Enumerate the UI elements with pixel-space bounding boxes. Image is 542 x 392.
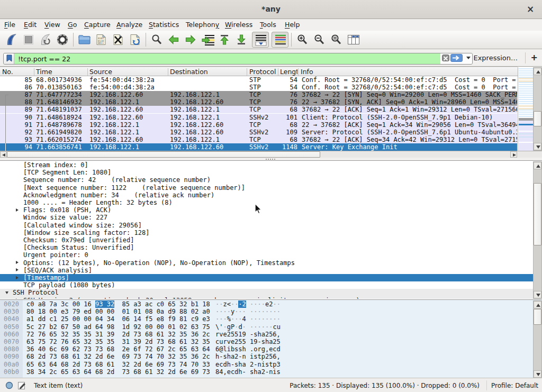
- detail-row[interactable]: Flags: 0x018 (PSH, ACK): [0, 206, 534, 214]
- detail-row[interactable]: Window size value: 227: [0, 214, 534, 221]
- status-profile[interactable]: Profile: Default: [491, 382, 538, 389]
- detail-row[interactable]: Acknowledgment number: 34 (relative ack …: [0, 192, 534, 199]
- column-header-protocol[interactable]: Protocol: [249, 68, 277, 76]
- filter-apply-button[interactable]: [450, 54, 463, 62]
- filter-dropdown-caret[interactable]: [466, 57, 471, 59]
- filter-add-button[interactable]: +: [531, 52, 538, 62]
- filter-bookmark-button[interactable]: [4, 53, 14, 64]
- scroll-thumb[interactable]: [534, 183, 541, 245]
- capture-comment-icon[interactable]: [17, 381, 26, 391]
- scroll-right-button[interactable]: [510, 151, 517, 158]
- open-file-button[interactable]: [78, 33, 91, 46]
- column-header-destination[interactable]: Destination: [170, 68, 246, 76]
- hex-row-0020[interactable]: 0020c0 a8 7a 3c 00 16 93 32 85 a3 ac c0 …: [0, 300, 534, 308]
- hex-row-0030[interactable]: 003080 18 00 e3 79 ed 00 00 01 01 08 0a …: [0, 308, 534, 315]
- packet-row-89[interactable]: 8971.648191037192.168.122.60192.168.122.…: [0, 106, 517, 113]
- column-separator[interactable]: [87, 68, 88, 76]
- packet-list-minimap[interactable]: [518, 67, 533, 151]
- detail-row[interactable]: [Stream index: 0]: [0, 161, 534, 169]
- zoom-in-button[interactable]: [296, 33, 309, 46]
- detail-row[interactable]: TCP payload (1080 bytes): [0, 281, 534, 289]
- detail-row[interactable]: [Calculated window size: 29056]: [0, 222, 534, 229]
- close-file-button[interactable]: [112, 33, 124, 46]
- packet-row-90[interactable]: 9071.648618924192.168.122.60192.168.122.…: [0, 114, 517, 121]
- detail-row[interactable]: [Timestamps]: [0, 274, 534, 281]
- collapsed-arrow-icon[interactable]: [16, 268, 19, 271]
- detail-row[interactable]: Options: (12 bytes), No-Operation (NOP),…: [0, 259, 534, 267]
- detail-row[interactable]: [SEQ/ACK analysis]: [0, 267, 534, 274]
- hex-row-0050[interactable]: 00505c 27 b2 67 50 ad 64 98 1d 92 00 00 …: [0, 323, 534, 331]
- packet-row-91[interactable]: 9171.648789678192.168.122.1192.168.122.6…: [0, 121, 517, 129]
- column-header-no[interactable]: No.: [2, 68, 33, 76]
- packet-row-93[interactable]: 9371.662015274192.168.122.60192.168.122.…: [0, 136, 517, 143]
- go-to-packet-button[interactable]: [201, 33, 214, 46]
- detail-row[interactable]: [Window size scaling factor: 128]: [0, 229, 534, 236]
- menu-tools[interactable]: Tools: [260, 21, 276, 29]
- menu-go[interactable]: Go: [68, 21, 77, 29]
- expanded-arrow-icon[interactable]: [5, 291, 8, 294]
- go-back-button[interactable]: [167, 33, 180, 46]
- packet-row-85[interactable]: 8568.001734936fe:54:00:d4:38:2aSTP54Conf…: [0, 76, 517, 84]
- packet-row-86[interactable]: 8670.013850163fe:54:00:d4:38:2aSTP54Conf…: [0, 84, 517, 91]
- scroll-down-button[interactable]: [534, 291, 541, 298]
- start-capture-button[interactable]: [5, 33, 18, 46]
- collapsed-arrow-icon[interactable]: [16, 298, 19, 299]
- menu-analyze[interactable]: Analyze: [116, 21, 142, 29]
- collapsed-arrow-icon[interactable]: [16, 276, 19, 279]
- stop-capture-button[interactable]: [22, 33, 35, 46]
- hex-row-0080[interactable]: 008036 40 6c 69 62 73 73 68 2e 6f 72 67 …: [0, 345, 534, 353]
- hex-row-00b0[interactable]: 00b038 34 2c 65 63 64 68 2d 73 68 61 32 …: [0, 368, 534, 376]
- detail-row[interactable]: [Next sequence number: 1122 (relative se…: [0, 184, 534, 192]
- hex-row-00a0[interactable]: 00a065 63 64 68 2d 73 68 61 32 2d 6e 69 …: [0, 361, 534, 368]
- expression-button[interactable]: Expression…: [473, 54, 518, 62]
- scroll-down-button[interactable]: [534, 370, 541, 378]
- go-first-button[interactable]: [218, 33, 231, 46]
- column-separator[interactable]: [247, 68, 247, 76]
- detail-row[interactable]: 1000 .... = Header Length: 32 bytes (8): [0, 199, 534, 206]
- menu-help[interactable]: Help: [285, 21, 300, 29]
- scroll-thumb[interactable]: [534, 309, 541, 325]
- zoom-one-to-one-button[interactable]: [330, 33, 342, 46]
- filter-clear-button[interactable]: [442, 54, 449, 61]
- menu-telephony[interactable]: Telephony: [186, 21, 219, 29]
- scroll-left-button[interactable]: [0, 151, 7, 158]
- column-header-time[interactable]: Time: [36, 68, 86, 76]
- scroll-up-button[interactable]: [534, 68, 541, 75]
- column-separator[interactable]: [278, 68, 278, 76]
- go-forward-button[interactable]: [184, 33, 197, 46]
- zoom-out-button[interactable]: [313, 33, 326, 46]
- hex-row-0070[interactable]: 007063 75 72 76 65 32 35 35 31 39 2d 73 …: [0, 338, 534, 345]
- detail-row[interactable]: SSH Version 2 (encryption:chacha20-poly1…: [0, 297, 534, 299]
- menu-wireless[interactable]: Wireless: [225, 21, 252, 29]
- reload-file-button[interactable]: [129, 33, 141, 46]
- go-last-button[interactable]: [235, 33, 248, 46]
- close-window-button[interactable]: ×: [525, 4, 536, 14]
- menu-view[interactable]: View: [44, 21, 60, 29]
- resize-columns-button[interactable]: [347, 33, 359, 46]
- packet-row-92[interactable]: 9271.661949820192.168.122.1192.168.122.6…: [0, 129, 517, 136]
- colorize-button[interactable]: [272, 32, 288, 48]
- detail-row[interactable]: [Checksum Status: Unverified]: [0, 244, 534, 251]
- hex-row-0090[interactable]: 009068 2d 73 68 61 32 2d 6e 69 73 74 70 …: [0, 353, 534, 360]
- hex-row-0060[interactable]: 006072 76 65 32 35 35 31 39 2d 73 68 61 …: [0, 331, 534, 338]
- capture-options-button[interactable]: [56, 33, 69, 46]
- collapsed-arrow-icon[interactable]: [16, 261, 19, 264]
- packet-list-hscrollbar[interactable]: [0, 151, 542, 158]
- scroll-down-button[interactable]: [534, 143, 541, 150]
- menu-file[interactable]: File: [4, 21, 15, 29]
- find-packet-button[interactable]: [150, 33, 163, 46]
- column-header-length[interactable]: Length: [280, 68, 297, 76]
- bytes-vscrollbar[interactable]: [533, 300, 542, 378]
- expert-info-icon[interactable]: [5, 381, 13, 391]
- scroll-up-button[interactable]: [534, 301, 541, 308]
- detail-row[interactable]: Urgent pointer: 0: [0, 251, 534, 259]
- column-separator[interactable]: [298, 68, 299, 76]
- collapsed-arrow-icon[interactable]: [16, 208, 19, 212]
- auto-scroll-button[interactable]: [252, 32, 269, 48]
- packet-row-87[interactable]: 8771.647777234192.168.122.60192.168.122.…: [0, 91, 517, 98]
- detail-row[interactable]: Sequence number: 42 (relative sequence n…: [0, 176, 534, 184]
- scroll-thumb[interactable]: [534, 111, 541, 126]
- hex-row-0040[interactable]: 0040a1 dd c1 25 00 00 04 34 06 14 f5 e8 …: [0, 315, 534, 323]
- menu-edit[interactable]: Edit: [24, 21, 37, 29]
- column-header-source[interactable]: Source: [89, 68, 167, 76]
